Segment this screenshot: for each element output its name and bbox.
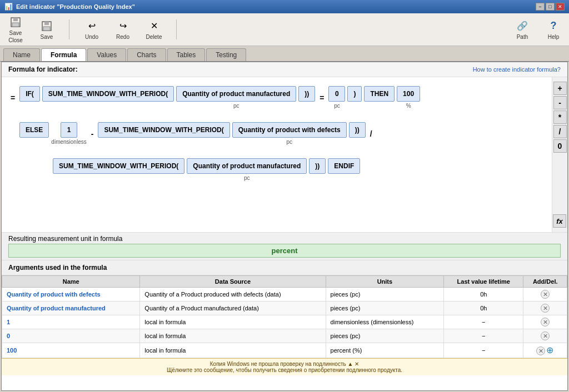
arg-source-cell: Quantity of a Product manufactured (data… — [140, 301, 326, 315]
maximize-button[interactable]: □ — [546, 3, 555, 11]
delete-button[interactable]: ✕ Delete — [143, 19, 165, 40]
col-lifetime: Last value lifetime — [444, 276, 523, 288]
tab-name[interactable]: Name — [3, 48, 40, 61]
add-arg-button[interactable]: ⊕ — [545, 345, 554, 354]
path-button[interactable]: 🔗 Path — [511, 19, 533, 40]
plus-button[interactable]: + — [553, 82, 567, 95]
arg-actions-cell: ✕⊕ — [523, 343, 567, 358]
divide-button[interactable]: / — [553, 125, 567, 138]
arg-lifetime-cell: 0h — [444, 301, 523, 315]
help-label: Help — [548, 34, 560, 40]
save-label: Save — [41, 34, 53, 40]
token-close-2[interactable]: ) — [347, 86, 362, 102]
arg-name-cell[interactable]: 100 — [2, 343, 140, 358]
table-row: 100local in formulapercent (%)−✕⊕ — [2, 343, 567, 358]
tab-charts[interactable]: Charts — [127, 48, 166, 61]
token-zero[interactable]: 0 pc — [328, 86, 345, 109]
svg-rect-1 — [13, 18, 18, 21]
windows-notification: Копия Windows не прошла проверку на подл… — [2, 358, 567, 375]
token-then[interactable]: THEN — [364, 86, 395, 102]
help-button[interactable]: ? Help — [542, 19, 565, 40]
arg-name-cell[interactable]: Quantity of product with defects — [2, 288, 140, 301]
svg-rect-5 — [43, 27, 50, 31]
formula-line-2: ELSE 1 dimensionless - SUM_TIME_WINDOW_W… — [8, 122, 547, 145]
table-row: 0local in formulapieces (pc)−✕ — [2, 329, 567, 343]
app-window: 📊 Edit indicator "Production Quality Ind… — [0, 0, 569, 392]
save-close-label2: Close — [8, 37, 23, 43]
tab-testing[interactable]: Testing — [206, 48, 246, 61]
arg-source-cell: local in formula — [140, 343, 326, 358]
fx-button[interactable]: fx — [553, 214, 566, 228]
arg-units-cell: pieces (pc) — [326, 288, 444, 301]
token-qty-manufactured-1[interactable]: Quantity of product manufactured pc — [176, 86, 296, 109]
formula-area: = IF( SUM_TIME_WINDOW_WITH_PERIOD( Quant… — [2, 77, 567, 233]
token-endif[interactable]: ENDIF — [328, 158, 360, 174]
save-close-icon — [9, 16, 22, 29]
result-unit-label: Resulting measurement unit in formula — [8, 235, 561, 243]
redo-button[interactable]: ↪ Redo — [112, 19, 134, 40]
table-row: 1local in formuladimensionless (dimensio… — [2, 315, 567, 329]
toolbar-right: 🔗 Path ? Help — [511, 19, 565, 40]
arg-units-cell: pieces (pc) — [326, 329, 444, 343]
formula-line-3: SUM_TIME_WINDOW_WITH_PERIOD( Quantity of… — [42, 158, 547, 181]
tabs-bar: Name Formula Values Charts Tables Testin… — [0, 46, 569, 62]
token-qty-defects[interactable]: Quantity of product with defects pc — [232, 122, 347, 145]
save-close-button[interactable]: Save Close — [4, 16, 27, 43]
arg-source-cell: local in formula — [140, 315, 326, 329]
col-adddel: Add/Del. — [523, 276, 567, 288]
arg-actions-cell: ✕ — [523, 288, 567, 301]
arg-source-cell: local in formula — [140, 329, 326, 343]
arg-name-cell[interactable]: Quantity of product manufactured — [2, 301, 140, 315]
token-close-4[interactable]: )) — [309, 158, 326, 174]
multiply-button[interactable]: * — [553, 110, 567, 124]
delete-arg-button[interactable]: ✕ — [541, 331, 550, 340]
path-icon: 🔗 — [516, 19, 529, 33]
formula-help-link[interactable]: How to create indicator formula? — [473, 66, 561, 73]
zero-button[interactable]: 0 — [553, 139, 567, 153]
token-func-2[interactable]: SUM_TIME_WINDOW_WITH_PERIOD( — [98, 122, 229, 138]
undo-button[interactable]: ↩ Undo — [81, 19, 103, 40]
help-icon: ? — [547, 19, 560, 33]
token-close-3[interactable]: )) — [349, 122, 366, 138]
arg-name-cell[interactable]: 0 — [2, 329, 140, 343]
tab-tables[interactable]: Tables — [167, 48, 206, 61]
args-header: Arguments used in the formula — [2, 260, 567, 275]
arg-actions-cell: ✕ — [523, 329, 567, 343]
token-if[interactable]: IF( — [19, 86, 40, 102]
minimize-button[interactable]: − — [536, 3, 545, 11]
tab-formula[interactable]: Formula — [41, 48, 86, 61]
close-button[interactable]: ✕ — [556, 3, 565, 11]
delete-icon: ✕ — [147, 19, 161, 33]
result-unit-value: percent — [8, 244, 561, 258]
notification-line1: Копия Windows не прошла проверку на подл… — [6, 361, 563, 367]
arg-name-cell[interactable]: 1 — [2, 315, 140, 329]
delete-arg-button[interactable]: ✕ — [541, 290, 550, 299]
notification-line2: Щёлкните это сообщение, чтобы получить с… — [6, 367, 563, 373]
token-close-1[interactable]: )) — [298, 86, 315, 102]
tab-values[interactable]: Values — [87, 48, 126, 61]
delete-arg-button[interactable]: ✕ — [541, 304, 550, 313]
token-func-3[interactable]: SUM_TIME_WINDOW_WITH_PERIOD( — [53, 158, 184, 174]
formula-section-header: Formula for indicator: How to create ind… — [2, 62, 567, 77]
arguments-section: Arguments used in the formula Name Data … — [2, 260, 567, 358]
delete-arg-button[interactable]: ✕ — [541, 318, 550, 326]
save-icon — [40, 19, 53, 33]
title-controls: − □ ✕ — [536, 3, 565, 11]
main-content: Formula for indicator: How to create ind… — [1, 62, 568, 391]
formula-op-minus: - — [89, 126, 96, 142]
token-100[interactable]: 100 % — [397, 86, 420, 109]
token-qty-manufactured-2[interactable]: Quantity of product manufactured pc — [187, 158, 307, 181]
token-func-1[interactable]: SUM_TIME_WINDOW_WITH_PERIOD( — [42, 86, 174, 102]
table-row: Quantity of product manufacturedQuantity… — [2, 301, 567, 315]
delete-arg-button[interactable]: ✕ — [536, 346, 545, 355]
token-else[interactable]: ELSE — [19, 122, 49, 138]
formula-op-eq: = — [317, 90, 326, 105]
minus-button[interactable]: - — [553, 96, 567, 109]
delete-label: Delete — [146, 34, 162, 40]
svg-rect-2 — [12, 23, 19, 27]
token-one[interactable]: 1 dimensionless — [51, 122, 86, 145]
save-button[interactable]: Save — [36, 19, 58, 40]
arg-units-cell: dimensionless (dimensionless) — [326, 315, 444, 329]
title-bar: 📊 Edit indicator "Production Quality Ind… — [0, 0, 569, 13]
save-close-label: Save — [9, 30, 22, 36]
